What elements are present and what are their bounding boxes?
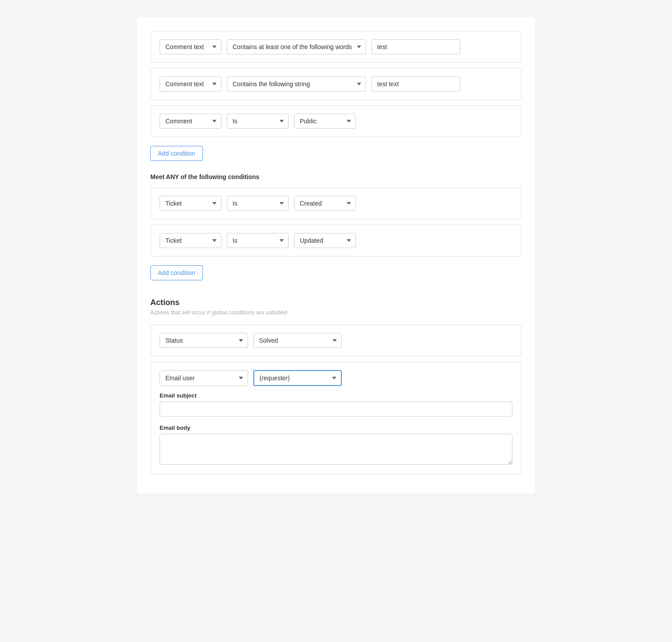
action2-field-select[interactable]: Status Email user (160, 370, 248, 386)
meet-any-title: Meet ANY of the following conditions (150, 173, 522, 180)
add-condition-label-2: Add condition (158, 269, 195, 276)
cond2-operator-select[interactable]: Contains at least one of the following w… (227, 76, 366, 92)
actions-section: Actions Actions that will occur if globa… (150, 298, 522, 474)
cond3-value-select[interactable]: Public Private (294, 114, 356, 129)
email-body-textarea[interactable] (160, 434, 512, 465)
condition-row-2: Comment text Comment Ticket Contains at … (150, 68, 522, 100)
anycond1-field-select[interactable]: Comment text Comment Ticket (160, 196, 221, 211)
anycond2-value-select[interactable]: Created Updated Solved (294, 233, 356, 248)
anycond2-operator-select[interactable]: Is Is not (227, 233, 289, 248)
add-condition-button-1[interactable]: Add condition (150, 146, 203, 161)
anycond2-field-select[interactable]: Comment text Comment Ticket (160, 233, 221, 248)
add-condition-label-1: Add condition (158, 150, 195, 157)
anycond1-value-select[interactable]: Created Updated Solved (294, 196, 356, 211)
anycond1-operator-select[interactable]: Is Is not (227, 196, 289, 211)
add-condition-button-2[interactable]: Add condition (150, 265, 203, 280)
any-condition-row-2: Comment text Comment Ticket Is Is not Cr… (150, 225, 522, 256)
email-subject-label: Email subject (160, 392, 512, 399)
email-subject-input[interactable] (160, 401, 512, 417)
action-row-1: Status Email user Solved Open Pending (150, 325, 522, 356)
condition-row-1: Comment text Comment Ticket Contains at … (150, 31, 522, 63)
cond1-value-input[interactable] (371, 39, 460, 54)
cond1-field-select[interactable]: Comment text Comment Ticket (160, 39, 221, 54)
cond3-operator-select[interactable]: Is Is not (227, 114, 289, 129)
action-row-2-container: Status Email user (requester) (assignee)… (150, 362, 522, 474)
actions-subtitle: Actions that will occur if global condit… (150, 309, 522, 316)
email-body-label: Email body (160, 424, 512, 431)
actions-title: Actions (150, 298, 522, 307)
cond2-field-select[interactable]: Comment text Comment Ticket (160, 76, 221, 92)
action1-value-select[interactable]: Solved Open Pending (253, 333, 342, 348)
cond1-operator-select[interactable]: Contains at least one of the following w… (227, 39, 366, 54)
cond2-value-input[interactable] (371, 76, 460, 92)
action2-value-select[interactable]: (requester) (assignee) Specific user (253, 370, 342, 386)
cond3-field-select[interactable]: Comment text Comment Ticket (160, 114, 221, 129)
action-row-2-selects: Status Email user (requester) (assignee)… (160, 370, 512, 386)
any-condition-row-1: Comment text Comment Ticket Is Is not Cr… (150, 187, 522, 219)
condition-row-3: Comment text Comment Ticket Is Is not Pu… (150, 105, 522, 137)
action1-field-select[interactable]: Status Email user (160, 333, 248, 348)
page-container: Comment text Comment Ticket Contains at … (137, 18, 535, 493)
